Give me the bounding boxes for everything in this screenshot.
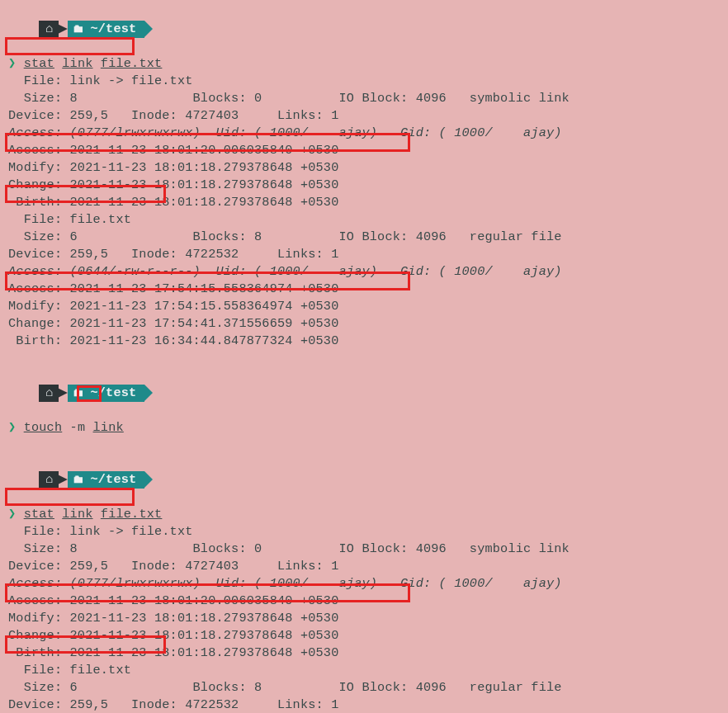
output-line: File: link -> file.txt [8,73,720,90]
command-text: touch -m link [24,420,124,435]
output-line: Device: 259,5 Inode: 4727403 Links: 1 [8,107,720,125]
terminal-block-1: ⌂▶🖿 ~/test ❯ stat link file.txt File: li… [8,3,720,350]
output-line: Change: 2021-11-23 18:01:18.279378648 +0… [8,177,720,194]
output-line: Size: 6 Blocks: 8 IO Block: 4096 regular… [8,229,720,246]
output-line: Size: 8 Blocks: 0 IO Block: 4096 symboli… [8,541,720,558]
prompt-badge: ⌂▶🖿 ~/test [39,471,144,489]
prompt-symbol: ❯ [8,507,16,522]
command-text: stat link file.txt [24,507,163,522]
prompt-home-icon: ⌂ [39,471,58,489]
output-line: Change: 2021-11-23 17:54:41.371556659 +0… [8,315,720,333]
output-line: Change: 2021-11-23 18:01:18.279378648 +0… [8,627,720,645]
output-line: Access: (0644/-rw-r--r--) Uid: ( 1000/ a… [8,263,720,281]
output-line: File: file.txt [8,662,720,679]
prompt-symbol: ❯ [8,420,16,435]
output-line: Device: 259,5 Inode: 4722532 Links: 1 [8,246,720,263]
output-line: Birth: 2021-11-23 18:01:18.279378648 +05… [8,645,720,662]
output-line: Access: 2021-11-23 18:01:20.006035840 +0… [8,593,720,610]
prompt-badge: ⌂▶🖿 ~/test [39,385,144,402]
prompt-line: ⌂▶🖿 ~/test [8,3,720,55]
output-line: Access: (0777/lrwxrwxrwx) Uid: ( 1000/ a… [8,125,720,142]
prompt-path: 🖿 ~/test [68,21,144,38]
output-line: Size: 6 Blocks: 8 IO Block: 4096 regular… [8,679,720,696]
prompt-home-icon: ⌂ [39,21,58,38]
command-line[interactable]: ❯ stat link file.txt [8,55,720,73]
terminal-block-3: ⌂▶🖿 ~/test ❯ stat link file.txt File: li… [8,454,720,713]
command-line[interactable]: ❯ touch -m link [8,419,720,437]
chevron-right-icon: ▶ [59,21,69,38]
folder-icon: 🖿 [73,23,90,35]
output-line: Modify: 2021-11-23 18:01:18.279378648 +0… [8,610,720,627]
output-line: Modify: 2021-11-23 17:54:15.558364974 +0… [8,298,720,315]
output-line: File: file.txt [8,211,720,229]
chevron-right-icon: ▶ [59,385,69,402]
folder-icon: 🖿 [73,387,90,399]
output-line: File: link -> file.txt [8,523,720,541]
output-line: Access: (0777/lrwxrwxrwx) Uid: ( 1000/ a… [8,575,720,593]
output-line: Birth: 2021-11-23 16:34:44.847877324 +05… [8,333,720,350]
prompt-symbol: ❯ [8,56,16,71]
command-text: stat link file.txt [24,56,163,71]
output-line: Size: 8 Blocks: 0 IO Block: 4096 symboli… [8,90,720,107]
prompt-badge: ⌂▶🖿 ~/test [39,21,144,38]
output-line: Access: 2021-11-23 18:01:20.006035840 +0… [8,142,720,159]
prompt-line: ⌂▶🖿 ~/test [8,454,720,506]
terminal-block-2: ⌂▶🖿 ~/test ❯ touch -m link [8,367,720,437]
output-line: Modify: 2021-11-23 18:01:18.279378648 +0… [8,159,720,177]
folder-icon: 🖿 [73,474,90,486]
prompt-line: ⌂▶🖿 ~/test [8,367,720,419]
output-line: Birth: 2021-11-23 18:01:18.279378648 +05… [8,194,720,211]
output-line: Device: 259,5 Inode: 4722532 Links: 1 [8,696,720,713]
prompt-home-icon: ⌂ [39,385,58,402]
output-line: Device: 259,5 Inode: 4727403 Links: 1 [8,558,720,575]
command-line[interactable]: ❯ stat link file.txt [8,506,720,523]
prompt-path: 🖿 ~/test [68,471,144,489]
output-line: Access: 2021-11-23 17:54:15.558364974 +0… [8,281,720,298]
chevron-right-icon: ▶ [59,471,69,489]
prompt-path: 🖿 ~/test [68,385,144,402]
